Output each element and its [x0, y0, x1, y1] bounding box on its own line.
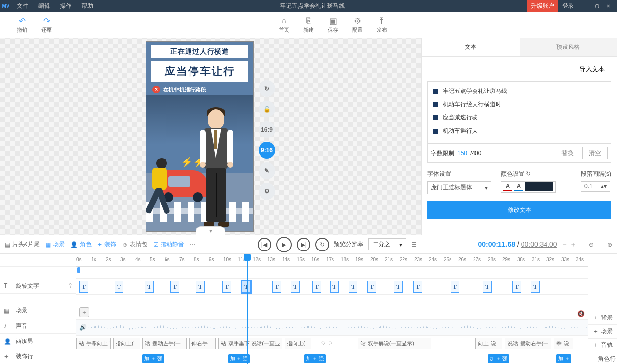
script-line[interactable]: 牢记五点学会礼让斑马线	[431, 85, 608, 98]
color-swatch[interactable]	[525, 182, 553, 191]
ratio-169-button[interactable]: 16:9	[259, 121, 275, 138]
mute-icon[interactable]: 🔇	[577, 310, 585, 317]
clear-button[interactable]: 清空	[582, 147, 608, 159]
decor-chip[interactable]: 加 ＋ 强	[142, 354, 164, 363]
toggle-decor[interactable]: ✦装饰	[97, 240, 116, 249]
text-keyframe[interactable]: T	[512, 281, 521, 293]
ratio-916-button[interactable]: 9:16	[259, 142, 275, 159]
text-keyframe[interactable]: T	[170, 281, 179, 293]
track-label-text[interactable]: T旋转文字?	[0, 278, 76, 293]
decor-chip[interactable]: 加 ＋ 强	[488, 354, 509, 363]
text-keyframe[interactable]: T	[272, 281, 281, 293]
prev-button[interactable]: |◀	[258, 238, 271, 251]
layers-icon[interactable]: ☰	[411, 241, 417, 248]
new-button[interactable]: ⎘新建	[296, 14, 321, 36]
panel-pull-handle[interactable]: ▾	[196, 226, 225, 235]
save-button[interactable]: ▣保存	[321, 14, 345, 36]
color-picker[interactable]: AA	[501, 181, 556, 193]
text-keyframe[interactable]: T	[222, 281, 231, 293]
menu-help[interactable]: 帮助	[76, 2, 98, 10]
lock-button[interactable]: 🔓	[259, 101, 275, 117]
text-keyframe[interactable]: T	[349, 281, 357, 293]
menu-edit[interactable]: 编辑	[33, 2, 55, 10]
login-button[interactable]: 登录	[558, 2, 578, 10]
close-button[interactable]: ✕	[604, 2, 613, 9]
decor-chip[interactable]: 加 ＋ 强	[304, 354, 326, 363]
animation-clip[interactable]: 站-双手垂下-说话(一直显	[218, 338, 282, 349]
track-scene[interactable]: ＋	[76, 304, 617, 319]
import-text-button[interactable]: 导入文本	[573, 63, 611, 76]
track-label-deco[interactable]: ✦装饰行	[0, 349, 76, 364]
text-keyframe[interactable]: T	[145, 281, 154, 293]
text-keyframe[interactable]: T	[531, 281, 540, 293]
tab-preset[interactable]: 预设风格	[520, 38, 617, 56]
paragraph-gap-input[interactable]: 0.1▴▾	[581, 181, 610, 192]
rotate-button[interactable]: ↻	[259, 80, 275, 97]
add-role-track-button[interactable]: ＋ 角色行	[588, 352, 617, 364]
animation-clip[interactable]: 指向上(	[113, 338, 140, 349]
menu-file[interactable]: 文件	[12, 2, 33, 10]
zoom-controls[interactable]: ⊖—⊕	[589, 241, 612, 248]
text-keyframe[interactable]: T	[196, 281, 205, 293]
refresh-icon[interactable]: ↻	[526, 170, 531, 177]
toggle-scene[interactable]: ▦场景	[46, 240, 65, 249]
config-button[interactable]: ⚙配置	[345, 14, 370, 36]
animation-clip[interactable]: 伸右手	[189, 338, 216, 349]
toggle-headtail[interactable]: ▤片头&片尾	[5, 240, 40, 249]
upgrade-button[interactable]: 升级账户	[527, 0, 558, 12]
text-keyframe[interactable]: T	[451, 281, 459, 293]
track-label-audio[interactable]: ♪声音	[0, 318, 76, 333]
canvas-area[interactable]: 正在通过人行横道 应当停车让行 3在机非机混行路段 ⚡⚡ ↻	[0, 38, 421, 235]
decor-chip[interactable]: 加 ＋	[556, 354, 571, 363]
minimize-button[interactable]: —	[582, 2, 591, 9]
track-audio[interactable]: 🔊🔇	[76, 319, 617, 335]
add-scene-button[interactable]: ＋	[79, 307, 89, 317]
stage-preview[interactable]: 正在通过人行横道 应当停车让行 3在机非机混行路段 ⚡⚡	[146, 41, 254, 232]
animation-clip[interactable]: 指向上(	[285, 338, 311, 349]
animation-clip[interactable]: 站-双手解说(一直显示)	[358, 338, 431, 349]
animation-clip[interactable]: 向上-说	[475, 338, 502, 349]
animation-clip[interactable]: 说话-摆动右手(一	[505, 338, 551, 349]
waveform[interactable]	[88, 322, 615, 333]
script-line[interactable]: 机动车遇行人	[431, 124, 608, 137]
add-scene-track-button[interactable]: ＋ 场景	[588, 324, 617, 338]
undo-button[interactable]: ↶撤销	[10, 14, 34, 36]
replace-button[interactable]: 替换	[555, 147, 580, 159]
animation-clip[interactable]: 话-摆动左手(一	[142, 338, 187, 349]
script-line[interactable]: 应当减速行驶	[431, 111, 608, 124]
redo-button[interactable]: ↷还原	[34, 14, 59, 36]
font-select[interactable]: 庞门正道标题体▾	[427, 181, 491, 194]
zoom-in-icon[interactable]: ⊕	[607, 241, 612, 248]
more-icon[interactable]: ⋯	[190, 241, 196, 248]
toggle-dragmute[interactable]: ☑拖动静音	[153, 240, 184, 249]
text-keyframe[interactable]: T	[330, 281, 339, 293]
text-keyframe[interactable]: T	[79, 281, 88, 293]
add-audio-track-button[interactable]: ＋ 音轨	[588, 338, 617, 352]
text-keyframe[interactable]: T	[291, 281, 300, 293]
playhead[interactable]	[247, 254, 248, 364]
text-keyframe[interactable]: T	[483, 281, 492, 293]
play-button[interactable]: ▶	[276, 237, 292, 252]
script-line[interactable]: 机动车行经人行横道时	[431, 98, 608, 111]
settings-button[interactable]: ⚙	[259, 183, 275, 200]
track-text[interactable]: TTTTTTTTTTTTTTTTTTT	[76, 278, 617, 294]
ratio-select[interactable]: 二分之一▾	[368, 238, 406, 250]
maximize-button[interactable]: ▢	[593, 2, 602, 9]
speaker-icon[interactable]: 🔊	[79, 324, 87, 331]
publish-button[interactable]: ⭱发布	[370, 14, 394, 36]
script-list[interactable]: 牢记五点学会礼让斑马线 机动车行经人行横道时 应当减速行驶 机动车遇行人	[427, 81, 611, 144]
text-keyframe[interactable]: T	[413, 281, 422, 293]
menu-action[interactable]: 操作	[55, 2, 76, 10]
text-keyframe[interactable]: T	[367, 281, 376, 293]
timeline-tracks[interactable]: 0s1s2s3s4s5s6s7s8s9s10s11s12s13s14s15s16…	[76, 254, 617, 364]
text-keyframe[interactable]: T	[242, 281, 251, 293]
track-suit[interactable]: 站-手掌向上-说话(一直显指向上(话-摆动左手(一伸右手站-双手垂下-说话(一直…	[76, 335, 617, 351]
home-button[interactable]: ⌂首页	[272, 14, 296, 36]
track-deco[interactable]: 加 ＋ 强加 ＋ 强加 ＋ 强加 ＋ 强加 ＋	[76, 351, 617, 364]
animation-clip[interactable]: 拳-说	[554, 338, 573, 349]
help-icon[interactable]: ?	[69, 282, 72, 289]
modify-text-button[interactable]: 修改文本	[427, 201, 611, 219]
time-ruler[interactable]: 0s1s2s3s4s5s6s7s8s9s10s11s12s13s14s15s16…	[76, 254, 617, 267]
text-keyframe[interactable]: T	[115, 281, 123, 293]
toggle-emoji[interactable]: ☺表情包	[122, 240, 147, 249]
